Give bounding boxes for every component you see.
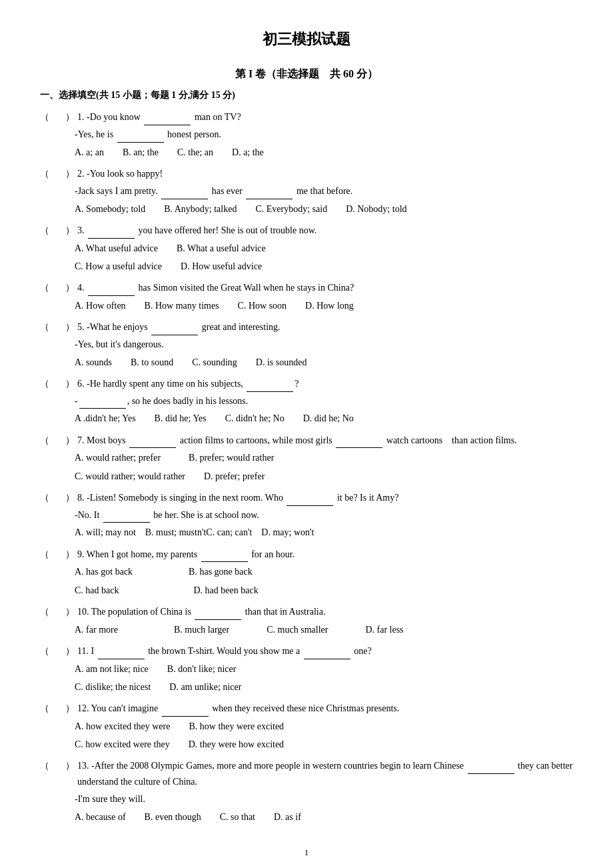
question-11: （ ） 11. I the brown T-shirt. Would you s… bbox=[40, 643, 573, 695]
question-8: （ ） 8. -Listen! Somebody is singing in t… bbox=[40, 490, 573, 541]
question-10: （ ） 10. The population of China is than … bbox=[40, 604, 573, 638]
question-2: （ ） 2. -You look so happy! -Jack says I … bbox=[40, 166, 573, 217]
page-title: 初三模拟试题 bbox=[40, 27, 573, 51]
question-4: （ ） 4. has Simon visited the Great Wall … bbox=[40, 280, 573, 314]
question-3: （ ） 3. you have offered her! She is out … bbox=[40, 223, 573, 275]
question-13: （ ） 13. -After the 2008 Olympic Games, m… bbox=[40, 758, 573, 825]
question-7: （ ） 7. Most boys action films to cartoon… bbox=[40, 433, 573, 485]
question-12: （ ） 12. You can't imagine when they rece… bbox=[40, 701, 573, 753]
question-5: （ ） 5. -What he enjoys great and interes… bbox=[40, 319, 573, 371]
part-header: 一、选择填空(共 15 小题；每题 1 分,满分 15 分) bbox=[40, 87, 573, 103]
page-number: 1 bbox=[40, 845, 573, 860]
question-1: （ ） 1. -Do you know man on TV? -Yes, he … bbox=[40, 109, 573, 161]
section1-header: 第 I 卷（非选择题 共 60 分） bbox=[40, 65, 573, 83]
question-6: （ ） 6. -He hardly spent any time on his … bbox=[40, 376, 573, 427]
question-9: （ ） 9. When I got home, my parents for a… bbox=[40, 547, 573, 599]
